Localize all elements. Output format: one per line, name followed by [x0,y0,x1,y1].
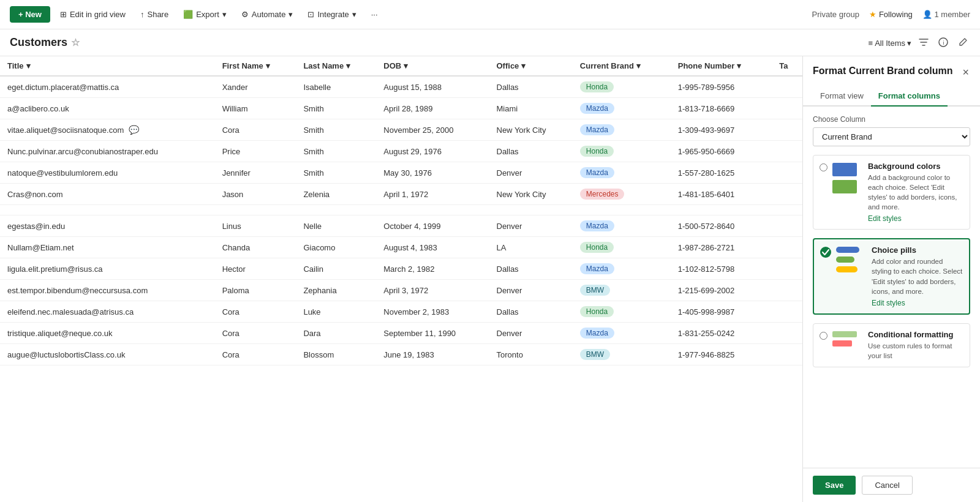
cell-ta [772,323,802,344]
cell-phone: 1-500-572-8640 [671,215,772,237]
conditional-formatting-radio[interactable] [820,332,827,340]
following-button[interactable]: ★ Following [869,10,913,19]
cell-ta [772,301,802,323]
choice-pills-desc: Add color and rounded styling to each ch… [872,257,963,296]
cell-phone: 1-965-950-6669 [671,141,772,162]
background-colors-preview [832,163,863,193]
format-option-background[interactable]: Background colors Add a background color… [813,155,970,230]
cell-phone: 1-977-946-8825 [671,344,772,365]
cell-ta [772,215,802,237]
edit-button[interactable] [956,36,970,51]
table-area: Title ▾ First Name ▾ Last Name ▾ DOB ▾ O… [0,56,802,502]
cell-brand: Honda [573,301,671,323]
cell-phone: 1-987-286-2721 [671,237,772,258]
choice-pills-edit-link[interactable]: Edit styles [872,299,905,307]
table-body: eget.dictum.placerat@mattis.ca Xander Is… [0,76,802,365]
format-option-conditional[interactable]: Conditional formatting Use custom rules … [813,323,970,367]
cell-office: Denver [489,215,573,237]
format-option-choice-pills[interactable]: Choice pills Add color and rounded styli… [813,238,970,314]
share-button[interactable]: ↑ Share [135,7,173,21]
export-icon: 🟩 [183,10,193,19]
col-phone-number[interactable]: Phone Number ▾ [671,56,772,76]
cell-first-name: Cora [215,344,296,365]
col-last-name[interactable]: Last Name ▾ [296,56,376,76]
cell-title: est.tempor.bibendum@neccursusa.com [0,280,215,301]
cell-office: Dallas [489,258,573,280]
filter-icon [919,37,929,47]
cell-dob: May 30, 1976 [376,162,489,184]
edit-grid-button[interactable]: ⊞ Edit in grid view [55,7,130,21]
choice-pills-name: Choice pills [872,245,963,255]
cell-phone: 1-831-255-0242 [671,323,772,344]
cancel-button[interactable]: Cancel [862,476,912,495]
cell-title: egestas@in.edu [0,215,215,237]
filter-button[interactable] [916,36,931,51]
chat-icon[interactable]: 💬 [129,125,139,135]
cell-first-name: Linus [215,215,296,237]
cell-office: Toronto [489,344,573,365]
cell-phone: 1-813-718-6669 [671,98,772,119]
cell-dob: April 3, 1972 [376,280,489,301]
panel-close-button[interactable]: × [961,65,970,80]
cell-brand: Mercedes [573,184,671,205]
brand-badge: Mazda [580,263,614,274]
cell-first-name: Cora [215,119,296,141]
automate-icon: ⚙ [241,10,249,19]
integrate-chevron-icon: ▾ [352,10,356,19]
cell-title: augue@luctuslobortisClass.co.uk [0,344,215,365]
choice-pills-info: Choice pills Add color and rounded styli… [872,245,963,307]
cell-title: tristique.aliquet@neque.co.uk [0,323,215,344]
cell-last-name [296,205,376,215]
conditional-formatting-info: Conditional formatting Use custom rules … [868,330,963,361]
cell-last-name: Smith [296,119,376,141]
background-colors-radio[interactable] [820,163,827,171]
cell-first-name: Jason [215,184,296,205]
panel-body: Choose Column Current Brand Background c… [803,107,980,468]
toolbar-left: + New ⊞ Edit in grid view ↑ Share 🟩 Expo… [10,6,383,23]
choose-column-select[interactable]: Current Brand [813,127,970,146]
table-row: Nunc.pulvinar.arcu@conubianostraper.edu … [0,141,802,162]
panel-title: Format Current Brand column [813,65,952,78]
cell-last-name: Luke [296,301,376,323]
cell-last-name: Zelenia [296,184,376,205]
info-button[interactable]: i [936,36,951,51]
brand-badge: Mazda [580,103,614,114]
background-colors-edit-link[interactable]: Edit styles [868,214,902,223]
col-current-brand[interactable]: Current Brand ▾ [573,56,671,76]
save-button[interactable]: Save [813,476,856,495]
col-title[interactable]: Title ▾ [0,56,215,76]
conditional-formatting-desc: Use custom rules to format your list [868,341,963,361]
cell-brand [573,205,671,215]
automate-button[interactable]: ⚙ Automate ▾ [236,7,298,21]
table-row: eget.dictum.placerat@mattis.ca Xander Is… [0,76,802,98]
all-items-button[interactable]: ≡ All Items ▾ [869,39,911,48]
cell-ta [772,141,802,162]
tab-format-view[interactable]: Format view [813,86,871,105]
cell-last-name: Nelle [296,215,376,237]
tab-format-columns[interactable]: Format columns [871,86,948,105]
pencil-icon [958,37,968,47]
cell-brand: Mazda [573,215,671,237]
cell-office: Dallas [489,301,573,323]
col-first-name[interactable]: First Name ▾ [215,56,296,76]
cell-ta [772,280,802,301]
export-button[interactable]: 🟩 Export ▾ [178,7,232,21]
table-row: vitae.aliquet@sociisnatoque.com 💬 Cora S… [0,119,802,141]
cell-phone: 1-405-998-9987 [671,301,772,323]
cell-dob: June 19, 1983 [376,344,489,365]
info-icon: i [938,37,948,47]
favorite-star-icon[interactable]: ☆ [71,37,80,48]
cell-office: Denver [489,323,573,344]
new-button[interactable]: + New [10,6,50,23]
col-office[interactable]: Office ▾ [489,56,573,76]
cell-title: eleifend.nec.malesuada@atrisus.ca [0,301,215,323]
cell-title: vitae.aliquet@sociisnatoque.com 💬 [0,119,215,141]
integrate-button[interactable]: ⊡ Integrate ▾ [303,7,361,21]
more-button[interactable]: ··· [366,7,383,21]
cell-first-name: Price [215,141,296,162]
cell-dob: August 15, 1988 [376,76,489,98]
cell-title: a@aclibero.co.uk [0,98,215,119]
main-layout: Title ▾ First Name ▾ Last Name ▾ DOB ▾ O… [0,56,980,502]
col-ta[interactable]: Ta [772,56,802,76]
col-dob[interactable]: DOB ▾ [376,56,489,76]
